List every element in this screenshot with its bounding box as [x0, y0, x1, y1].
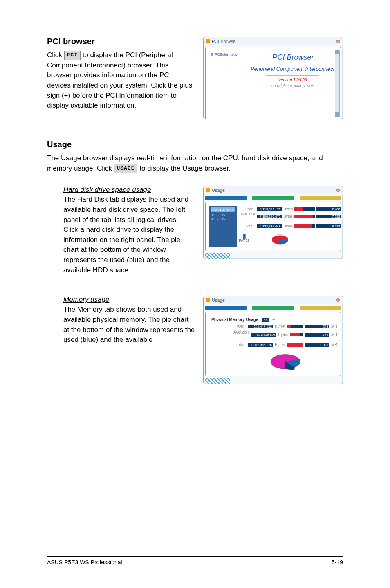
bar: [287, 325, 303, 328]
window-resize-grip: [205, 253, 230, 259]
mem-pie-chart: [267, 349, 304, 371]
value-box: 255,447,532: [248, 325, 273, 328]
mem-header-prefix: Physical Memory Usage :: [211, 317, 261, 322]
mem-row-available: Available : 817,419,854 Bytes 779 MB: [233, 330, 337, 339]
hdd-row-used: Used : 3,113,922,176 Bytes 2,400 MB: [239, 207, 343, 211]
mb-box: 7,232: [316, 215, 341, 218]
label: Used :: [233, 324, 247, 329]
mem-row-total: Total : 1,072,865,376 Bytes 1,023 MB: [233, 343, 337, 347]
unit: Bytes: [284, 224, 293, 228]
unit: MB: [331, 324, 337, 329]
value-box: 1,072,865,376: [248, 343, 273, 347]
close-icon[interactable]: ⊗: [336, 297, 340, 303]
pci-copyright: Copyright (c) 2004 , ASUS: [248, 84, 337, 88]
hdd-usage-window: Usage ⊗ LOGICDRIVE -C: 30 % -D: 90 %: [203, 186, 343, 259]
footer-page-number: 5-19: [332, 559, 343, 566]
hdd-row-total: Total : 4,733,816,048 Bytes 8,232 MB: [239, 224, 343, 228]
usage-section-text: The Usage browser displays real-time inf…: [47, 153, 343, 173]
unit: MB: [331, 343, 337, 347]
bar: [294, 215, 315, 218]
mb-box: 779: [305, 333, 329, 337]
value-box: 817,419,854: [251, 333, 276, 337]
unit: Bytes: [275, 343, 285, 347]
footer-product: ASUS P5E3 WS Professional: [47, 559, 122, 566]
mem-heading: Memory usage: [63, 296, 109, 304]
pie-label: FAT32: [239, 238, 250, 242]
hdd-pie-chart: [270, 231, 290, 247]
unit: Bytes: [284, 207, 293, 211]
tab-harddisk[interactable]: [205, 196, 247, 200]
close-icon[interactable]: ⊗: [336, 187, 340, 193]
pci-section-text: Click PCI to display the PCI (Peripheral…: [47, 50, 195, 111]
usage-section-title: Usage: [47, 140, 343, 149]
mb-box: 2,400: [316, 207, 341, 211]
tab-cpu[interactable]: [300, 306, 341, 310]
value-box: 7,190,380,672: [257, 215, 282, 218]
label: Total :: [233, 343, 247, 347]
unit: Bytes: [275, 324, 285, 329]
mem-header-unit: %: [272, 318, 275, 322]
hdd-window-title: Usage: [212, 188, 225, 193]
label: Total :: [239, 224, 256, 228]
label: Available :: [233, 330, 250, 339]
pci-section-title: PCI browser: [47, 37, 195, 46]
mem-window-title: Usage: [212, 298, 225, 303]
window-resize-grip: [205, 378, 230, 384]
bar: [287, 343, 303, 347]
unit: Bytes: [278, 332, 288, 337]
usage-text-suffix: to display the Usage browser.: [139, 164, 231, 172]
mem-usage-window: Usage ⊗ Physical Memory Usage : 23 %: [203, 296, 343, 384]
label: Used :: [239, 207, 256, 211]
pci-browser-window: PCI Browse ⊗ ⊞ PCIInformation PCI Browse…: [203, 37, 343, 119]
unit: Bytes: [284, 214, 293, 218]
usage-button-inline: USAGE: [114, 164, 137, 173]
drive-item[interactable]: -D: 90 %: [211, 217, 235, 221]
bar: [294, 224, 315, 228]
tab-memory[interactable]: [252, 306, 294, 310]
pci-window-title: PCI Browse: [212, 39, 235, 44]
pci-tree-root[interactable]: PCIInformation: [215, 52, 240, 56]
unit: MB: [331, 332, 337, 337]
drive-list-panel: LOGICDRIVE -C: 30 % -D: 90 %: [209, 206, 237, 247]
page-footer: ASUS P5E3 WS Professional 5-19: [47, 556, 343, 566]
value-box: 3,113,922,176: [257, 207, 282, 211]
hdd-row-available: Available : 7,190,380,672 Bytes 7,232 MB: [239, 212, 343, 220]
bar: [294, 207, 315, 211]
drive-item[interactable]: -C: 30 %: [211, 213, 235, 217]
bar: [290, 333, 303, 336]
drive-list-header: LOGICDRIVE: [211, 207, 235, 212]
pci-text-prefix: Click: [47, 51, 64, 59]
scrollbar[interactable]: [335, 50, 340, 117]
window-icon: [206, 39, 210, 43]
tab-harddisk[interactable]: [205, 306, 247, 310]
mem-header-val: 23: [262, 318, 269, 322]
window-icon: [206, 298, 210, 302]
value-box: 4,733,816,048: [257, 224, 282, 228]
window-icon: [206, 188, 210, 192]
mb-box: 243: [305, 325, 329, 328]
close-icon[interactable]: ⊗: [336, 38, 340, 44]
pci-version: Version 1.00.00: [248, 78, 337, 82]
tab-cpu[interactable]: [300, 196, 341, 200]
mem-row-used: Used : 255,447,532 Bytes 243 MB: [233, 324, 337, 329]
label: Available :: [239, 212, 256, 220]
mem-usage-header: Physical Memory Usage : 23 %: [211, 317, 337, 322]
tab-memory[interactable]: [252, 196, 294, 200]
mb-box: 1,023: [305, 343, 329, 347]
hdd-heading: Hard disk drive space usage: [63, 186, 151, 194]
mb-box: 8,232: [316, 224, 341, 228]
hdd-text: The Hard Disk tab displays the used and …: [63, 195, 195, 275]
mem-text: The Memory tab shows both used and avail…: [63, 305, 195, 345]
pci-right-title: PCI Browser: [248, 53, 337, 62]
pci-button-inline: PCI: [64, 51, 81, 60]
pci-right-sub: Peripheral Component Interconnect: [248, 66, 337, 72]
